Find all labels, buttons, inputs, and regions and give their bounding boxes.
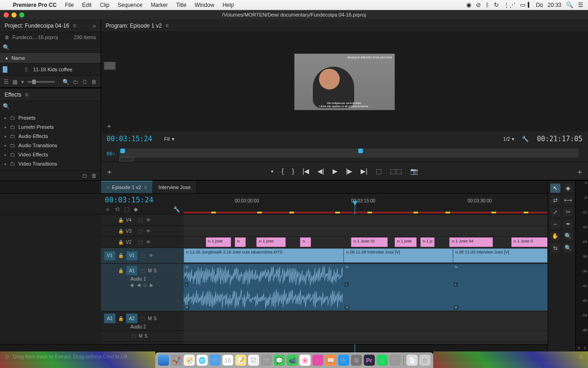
add-keyframe-icon[interactable]: ◇ bbox=[143, 282, 147, 288]
zoom-tool[interactable]: 🔍 bbox=[563, 231, 573, 241]
find-button[interactable]: 🔍 bbox=[62, 79, 69, 85]
window-close-button[interactable] bbox=[4, 12, 9, 17]
effects-folder-item[interactable]: ▸🗀Video Effects bbox=[3, 150, 98, 159]
type-tool[interactable]: 🔍 bbox=[563, 243, 573, 253]
timeline-clip[interactable]: fx1 Jose 01 bbox=[351, 237, 387, 247]
disclosure-triangle-icon[interactable]: ▸ bbox=[5, 134, 10, 138]
panel-menu-icon[interactable]: ≡ bbox=[73, 23, 76, 29]
dock-calendar-icon[interactable]: 16 bbox=[222, 355, 233, 366]
dock-safari-icon[interactable]: 🧭 bbox=[184, 355, 195, 366]
panel-menu-icon[interactable]: ≡ bbox=[165, 23, 169, 29]
dock-mail-icon[interactable]: ✉ bbox=[209, 355, 220, 366]
creative-cloud-icon[interactable]: ◉ bbox=[466, 1, 471, 8]
sync-lock-icon[interactable]: ⬚ bbox=[140, 267, 146, 274]
effects-panel-tab[interactable]: Effects ≡ bbox=[0, 88, 101, 101]
play-button[interactable]: ▶ bbox=[333, 167, 338, 175]
eye-icon[interactable]: 👁 bbox=[145, 217, 152, 224]
track-header-v2[interactable]: 🔒 V2 ⬚ 👁 bbox=[101, 237, 184, 248]
window-zoom-button[interactable] bbox=[19, 12, 24, 17]
timeline-audio-clip[interactable]: fxLR bbox=[184, 264, 344, 310]
dock-photos-icon[interactable]: 🌸 bbox=[300, 355, 311, 366]
lock-icon[interactable]: 🔒 bbox=[118, 315, 124, 322]
timeline-clip[interactable]: fx bbox=[300, 237, 311, 247]
snap-button[interactable]: ⨳ bbox=[105, 206, 110, 213]
wifi-icon[interactable]: ⋮⋰ bbox=[503, 1, 515, 8]
solo-label[interactable]: S bbox=[577, 346, 580, 350]
lift-button[interactable]: ⬚ bbox=[376, 167, 382, 175]
lock-icon[interactable]: 🔒 bbox=[118, 239, 124, 246]
sync-lock-icon[interactable]: ⬚ bbox=[137, 217, 143, 224]
project-search-input[interactable]: 🔍 bbox=[0, 42, 101, 52]
razor-tool[interactable]: ✂ bbox=[563, 207, 573, 217]
icon-view-button[interactable]: ▦ bbox=[12, 79, 17, 85]
menu-window[interactable]: Window bbox=[195, 2, 215, 8]
timeline-clip[interactable]: fx08 11-28 Interview Jose [V] bbox=[344, 248, 453, 263]
extract-button[interactable]: ⬚⬚ bbox=[390, 167, 402, 175]
dock-downloads-icon[interactable]: 📄 bbox=[407, 355, 418, 366]
menu-clip[interactable]: Clip bbox=[100, 2, 109, 8]
program-scrub-bar[interactable]: 00: bbox=[101, 147, 588, 161]
settings-icon[interactable]: 🔧 bbox=[522, 136, 529, 142]
sequence-tab[interactable]: Interview Jose bbox=[153, 181, 197, 193]
timeline-clip[interactable]: fx1 Jose 0 bbox=[511, 237, 548, 247]
notification-center-icon[interactable]: ☰ bbox=[578, 1, 583, 8]
keyframe-toggle-icon[interactable]: ◆ bbox=[130, 282, 134, 288]
source-monitor-collapsed[interactable]: ＋ bbox=[102, 43, 118, 133]
playhead-marker[interactable] bbox=[358, 149, 363, 153]
sync-lock-icon[interactable]: ⬚ bbox=[140, 253, 146, 259]
menubar-time[interactable]: 20:33 bbox=[548, 2, 561, 8]
effects-folder-item[interactable]: ▸🗀Presets bbox=[3, 113, 98, 122]
timeline-ruler[interactable]: 00:03:00:0000:03:15:0000:03:30:00 bbox=[184, 194, 548, 214]
sync-lock-icon[interactable]: ⬚ bbox=[137, 239, 143, 246]
timeline-clip[interactable]: fx1 jc bbox=[420, 237, 435, 247]
next-keyframe-icon[interactable]: ▶ bbox=[150, 282, 153, 288]
playback-resolution-dropdown[interactable]: 1/2 ▾ bbox=[500, 135, 517, 143]
panel-menu-icon[interactable]: ≡ bbox=[25, 92, 28, 98]
add-button-left[interactable]: ＋ bbox=[106, 167, 113, 177]
dock-reminders-icon[interactable]: ☑ bbox=[248, 355, 259, 366]
rate-stretch-tool[interactable]: ⤢ bbox=[550, 207, 560, 217]
dock-settings-icon[interactable]: ⚙ bbox=[351, 355, 362, 366]
step-back-button[interactable]: ◀| bbox=[317, 167, 324, 175]
disclosure-triangle-icon[interactable]: ▸ bbox=[5, 162, 10, 166]
effects-folder-item[interactable]: ▸🗀Lumetri Presets bbox=[3, 122, 98, 132]
project-column-header[interactable]: ▲ Name bbox=[0, 52, 101, 63]
project-panel-tab[interactable]: Project: Fundecoipa 04-16 ≡ » bbox=[0, 19, 101, 32]
export-frame-button[interactable]: 📷 bbox=[410, 167, 418, 175]
spotlight-icon[interactable]: 🔍 bbox=[566, 1, 573, 8]
add-button-right[interactable]: ＋ bbox=[576, 167, 583, 177]
pen-tool[interactable]: ✒ bbox=[563, 219, 573, 229]
effects-folder-item[interactable]: ▸🗀Video Transitions bbox=[3, 159, 98, 168]
time-machine-icon[interactable]: ↻ bbox=[494, 1, 499, 8]
slip-tool[interactable]: ↔ bbox=[550, 219, 560, 229]
track-header-a1[interactable]: 🔒 A1 ⬚ M S Audio 1 ◆ ◀ ◇ ▶ bbox=[101, 264, 184, 311]
timeline-audio-clip[interactable]: fxLR bbox=[344, 264, 453, 310]
list-view-button[interactable]: ☰ bbox=[4, 79, 9, 85]
timeline-timecode[interactable]: 00:03:15:24 bbox=[105, 196, 180, 204]
track-select-tool[interactable]: ◆ bbox=[563, 184, 573, 193]
timeline-clip[interactable]: fx1 jose bbox=[256, 237, 285, 247]
dock-trash-icon[interactable]: 🗑 bbox=[419, 355, 430, 366]
timeline-audio-clip[interactable]: fxLR bbox=[453, 264, 548, 310]
app-name[interactable]: Premiere Pro CC bbox=[13, 2, 57, 8]
lock-icon[interactable]: 🔒 bbox=[118, 253, 124, 259]
solo-label[interactable]: S bbox=[584, 346, 586, 350]
menubar-day[interactable]: Do bbox=[536, 2, 543, 8]
new-bin-button[interactable]: 🗀 bbox=[73, 79, 79, 85]
clear-button[interactable]: 🗑 bbox=[91, 79, 97, 85]
window-minimize-button[interactable] bbox=[11, 12, 17, 17]
effects-search-input[interactable]: 🔍 bbox=[0, 101, 101, 111]
dock-launchpad-icon[interactable]: 🚀 bbox=[171, 355, 182, 366]
effects-folder-item[interactable]: ▸🗀Audio Effects bbox=[3, 132, 98, 141]
bluetooth-icon[interactable]: ᛒ bbox=[486, 1, 489, 8]
rolling-edit-tool[interactable]: ⟷ bbox=[563, 196, 573, 205]
program-timecode[interactable]: 00:03:15:24 bbox=[107, 135, 152, 143]
dock-chrome-icon[interactable]: 🌐 bbox=[197, 355, 208, 366]
dock-finder-icon[interactable] bbox=[158, 355, 169, 366]
solo-button[interactable]: S bbox=[144, 334, 147, 339]
effects-folder-item[interactable]: ▸🗀Audio Transitions bbox=[3, 141, 98, 150]
track-header-v3[interactable]: 🔒 V3 ⬚ 👁 bbox=[101, 226, 184, 237]
mark-out-button[interactable]: { bbox=[282, 167, 284, 175]
eye-icon[interactable]: 👁 bbox=[145, 239, 152, 246]
collapse-panels-icon[interactable]: » bbox=[92, 22, 96, 29]
